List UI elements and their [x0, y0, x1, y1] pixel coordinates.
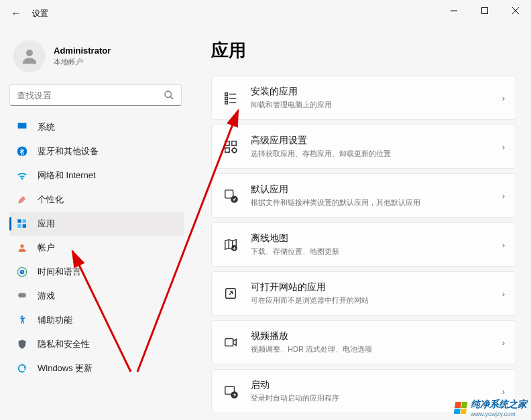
svg-rect-28 — [225, 148, 229, 152]
chevron-right-icon: › — [502, 93, 505, 103]
svg-point-17 — [20, 295, 21, 296]
svg-point-18 — [23, 295, 24, 296]
svg-point-5 — [165, 91, 171, 97]
chevron-right-icon: › — [502, 142, 505, 152]
sidebar-item-time-language[interactable]: 时间和语言 — [9, 260, 184, 284]
card-desc: 根据文件和链接种类设置的默认应用，其他默认应用 — [251, 198, 497, 208]
update-icon — [16, 362, 28, 374]
search-icon — [164, 90, 174, 100]
card-advanced-app-settings[interactable]: 高级应用设置选择获取应用、存档应用、卸载更新的位置 › — [211, 125, 516, 169]
sidebar-item-system[interactable]: 系统 — [9, 115, 184, 139]
svg-rect-21 — [225, 97, 228, 100]
sidebar-item-label: 系统 — [38, 121, 55, 133]
sidebar-item-privacy[interactable]: 隐私和安全性 — [9, 332, 184, 356]
watermark-logo-icon — [454, 402, 468, 414]
svg-rect-1 — [482, 8, 488, 14]
card-offline-maps[interactable]: 离线地图下载、存储位置、地图更新 › — [211, 222, 516, 267]
wifi-icon — [16, 169, 28, 182]
apps-icon — [16, 218, 28, 230]
card-default-apps[interactable]: 默认应用根据文件和链接种类设置的默认应用，其他默认应用 › — [211, 173, 516, 218]
card-apps-for-websites[interactable]: 可打开网站的应用可在应用而不是浏览器中打开的网站 › — [211, 271, 516, 316]
brush-icon — [16, 194, 28, 206]
open-external-icon — [223, 285, 239, 301]
shield-icon — [16, 338, 28, 350]
sidebar-item-label: 游戏 — [38, 290, 55, 302]
sidebar-item-label: 隐私和安全性 — [38, 338, 90, 350]
user-profile[interactable]: Administrator 本地帐户 — [9, 35, 184, 84]
minimize-button[interactable] — [438, 0, 469, 21]
card-desc: 选择获取应用、存档应用、卸载更新的位置 — [251, 149, 497, 159]
card-title: 启动 — [251, 379, 497, 391]
card-installed-apps[interactable]: 安装的应用卸载和管理电脑上的应用 › — [211, 76, 516, 120]
page-title: 应用 — [211, 39, 516, 62]
chevron-right-icon: › — [502, 387, 505, 397]
card-title: 默认应用 — [251, 184, 497, 196]
sidebar-item-label: 帐户 — [38, 242, 55, 254]
back-button[interactable]: ← — [5, 3, 27, 24]
watermark-url: www.ycwjzy.com — [471, 411, 527, 417]
sidebar-item-gaming[interactable]: 游戏 — [9, 284, 184, 308]
chevron-right-icon: › — [502, 191, 505, 201]
card-desc: 下载、存储位置、地图更新 — [251, 247, 497, 257]
sidebar-item-windows-update[interactable]: Windows 更新 — [9, 356, 184, 380]
svg-rect-22 — [225, 102, 228, 104]
card-title: 安装的应用 — [251, 86, 497, 98]
list-icon — [223, 90, 239, 106]
sidebar-item-bluetooth[interactable]: 蓝牙和其他设备 — [9, 139, 184, 163]
svg-rect-7 — [18, 123, 27, 129]
sidebar-item-label: 蓝牙和其他设备 — [38, 145, 99, 157]
svg-rect-9 — [17, 219, 21, 222]
svg-rect-26 — [225, 141, 229, 145]
svg-rect-11 — [17, 224, 21, 228]
maximize-button[interactable] — [469, 0, 500, 21]
close-button[interactable] — [500, 0, 531, 21]
sidebar-item-personalization[interactable]: 个性化 — [9, 188, 184, 212]
svg-point-29 — [232, 148, 236, 152]
chevron-right-icon: › — [502, 338, 505, 348]
video-icon — [223, 334, 239, 350]
window-title: 设置 — [32, 8, 48, 19]
watermark-text: 纯净系统之家 — [471, 399, 527, 409]
search-input[interactable] — [17, 90, 164, 100]
card-title: 离线地图 — [251, 232, 497, 244]
sidebar-item-label: 辅助功能 — [38, 314, 72, 326]
card-title: 高级应用设置 — [251, 135, 497, 147]
svg-rect-12 — [23, 224, 26, 228]
svg-point-19 — [21, 316, 23, 318]
system-icon — [16, 121, 28, 133]
watermark: 纯净系统之家 www.ycwjzy.com — [455, 399, 527, 417]
sidebar-item-label: 网络和 Internet — [38, 169, 96, 182]
svg-point-4 — [26, 50, 33, 56]
card-title: 可打开网站的应用 — [251, 281, 497, 293]
card-video-playback[interactable]: 视频播放视频调整、HDR 流式处理、电池选项 › — [211, 320, 516, 364]
sidebar-item-label: 时间和语言 — [38, 266, 81, 278]
avatar-icon — [13, 40, 46, 72]
bluetooth-icon — [16, 145, 28, 157]
card-title: 视频播放 — [251, 330, 497, 342]
map-icon — [223, 236, 239, 253]
card-desc: 视频调整、HDR 流式处理、电池选项 — [251, 344, 497, 354]
clock-globe-icon — [16, 266, 28, 278]
profile-type: 本地帐户 — [54, 57, 111, 67]
sidebar-item-label: 应用 — [38, 218, 55, 230]
chevron-right-icon: › — [502, 289, 505, 299]
svg-rect-27 — [232, 141, 236, 145]
chevron-right-icon: › — [502, 240, 505, 250]
svg-line-6 — [170, 96, 173, 99]
sidebar-item-accounts[interactable]: 帐户 — [9, 236, 184, 260]
default-apps-icon — [223, 188, 239, 204]
sidebar-item-label: 个性化 — [38, 194, 64, 206]
sidebar-item-apps[interactable]: 应用 — [9, 212, 184, 236]
card-desc: 卸载和管理电脑上的应用 — [251, 100, 497, 110]
sidebar-item-network[interactable]: 网络和 Internet — [9, 163, 184, 188]
sidebar-item-accessibility[interactable]: 辅助功能 — [9, 308, 184, 332]
startup-icon — [223, 383, 239, 399]
svg-rect-20 — [225, 93, 228, 96]
accessibility-icon — [16, 314, 28, 326]
sidebar-item-label: Windows 更新 — [38, 362, 93, 374]
svg-rect-10 — [23, 219, 26, 222]
svg-point-13 — [20, 244, 23, 248]
profile-name: Administrator — [54, 46, 111, 56]
gaming-icon — [16, 290, 28, 302]
search-input-wrapper[interactable] — [9, 84, 182, 106]
